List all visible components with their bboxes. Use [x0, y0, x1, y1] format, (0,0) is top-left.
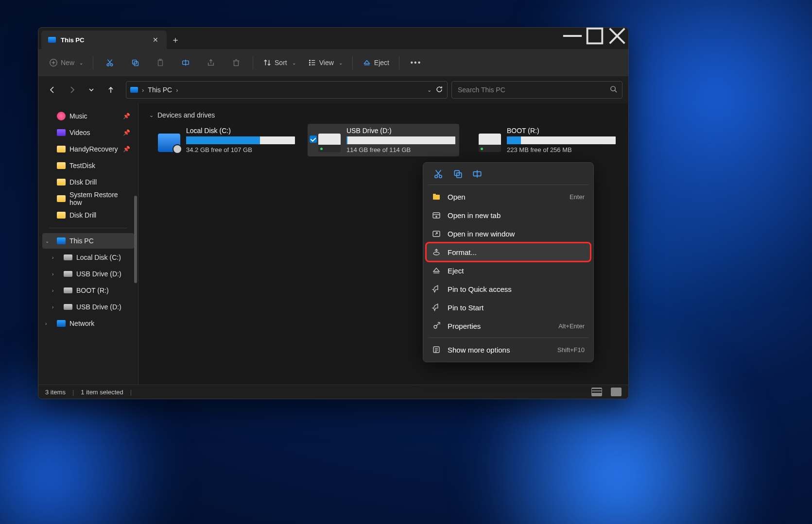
ctx-pin-start[interactable]: Pin to Start: [426, 298, 590, 317]
sidebar-item-usb-drive-d[interactable]: ›USB Drive (D:): [49, 266, 134, 282]
titlebar: This PC ✕ ＋: [38, 28, 628, 49]
rename-icon[interactable]: [472, 169, 483, 179]
chevron-down-icon[interactable]: ⌄: [45, 238, 49, 244]
delete-button[interactable]: [225, 54, 248, 71]
ctx-pin-quick-access[interactable]: Pin to Quick access: [426, 280, 590, 298]
more-button[interactable]: •••: [404, 54, 428, 71]
ctx-open[interactable]: Open Enter: [426, 187, 590, 206]
sidebar-item-network[interactable]: ›Network: [42, 316, 134, 331]
sidebar-label: Network: [69, 320, 94, 327]
toolbar-separator: [352, 56, 353, 69]
ctx-label: Properties: [448, 322, 552, 330]
chevron-right-icon[interactable]: ›: [52, 288, 53, 293]
chevron-right-icon[interactable]: ›: [52, 304, 53, 310]
tab-this-pc[interactable]: This PC ✕: [41, 31, 167, 49]
pin-icon: 📌: [123, 129, 130, 136]
group-label: Devices and drives: [157, 111, 215, 119]
new-tab-icon: [432, 211, 441, 220]
sidebar-label: USB Drive (D:): [76, 303, 121, 311]
back-button[interactable]: [44, 82, 61, 98]
svg-rect-13: [158, 60, 163, 66]
sidebar-item-testdisk[interactable]: TestDisk: [42, 158, 134, 173]
drive-local-disk-c[interactable]: Local Disk (C:) 34.2 GB free of 107 GB: [147, 124, 299, 156]
drive-boot-r[interactable]: BOOT (R:) 223 MB free of 256 MB: [468, 124, 620, 156]
icons-view-button[interactable]: [611, 388, 622, 396]
sidebar-item-disk-drill[interactable]: DIsk Drill: [42, 174, 134, 190]
cut-button[interactable]: [98, 54, 121, 71]
search-box[interactable]: [451, 81, 622, 99]
search-icon[interactable]: [610, 85, 617, 94]
sort-button[interactable]: Sort⌄: [258, 54, 301, 71]
ctx-hint: Shift+F10: [557, 346, 585, 354]
share-button[interactable]: [199, 54, 223, 71]
status-separator: |: [72, 389, 74, 396]
ctx-label: Format...: [448, 248, 585, 256]
ctx-open-new-window[interactable]: Open in new window: [426, 224, 590, 243]
os-drive-icon: [158, 134, 180, 152]
eject-button[interactable]: Eject: [358, 54, 394, 71]
usb-drive-icon: [479, 134, 501, 152]
chevron-right-icon[interactable]: ›: [52, 255, 53, 260]
status-separator: |: [130, 389, 132, 396]
sidebar-item-handyrecovery[interactable]: HandyRecovery📌: [42, 141, 134, 157]
ctx-label: Open in new window: [448, 230, 585, 238]
drive-name: USB Drive (D:): [346, 127, 455, 135]
copy-button[interactable]: [123, 54, 147, 71]
status-items: 3 items: [45, 389, 66, 396]
maximize-button[interactable]: [584, 28, 606, 44]
usage-bar: [507, 136, 616, 144]
sidebar-item-videos[interactable]: Videos📌: [42, 125, 134, 140]
folder-icon: [57, 162, 66, 169]
ctx-hint: Alt+Enter: [558, 322, 585, 330]
sidebar-item-boot-r[interactable]: ›BOOT (R:): [49, 283, 134, 298]
new-tab-button[interactable]: ＋: [167, 31, 184, 49]
ctx-open-new-tab[interactable]: Open in new tab: [426, 206, 590, 224]
eject-icon: [432, 266, 441, 275]
address-bar[interactable]: › This PC › ⌄: [126, 81, 448, 99]
sidebar-item-local-disk-c[interactable]: ›Local Disk (C:): [49, 250, 134, 265]
new-button[interactable]: New⌄: [44, 54, 88, 71]
minimize-button[interactable]: [561, 28, 584, 44]
rename-button[interactable]: [174, 54, 197, 71]
drive-icon: [64, 304, 72, 310]
view-button[interactable]: View⌄: [303, 54, 347, 71]
sidebar-item-usb-drive-d-2[interactable]: ›USB Drive (D:): [49, 299, 134, 315]
sidebar-item-system-restore[interactable]: System Restore how: [42, 191, 134, 206]
sidebar-item-disk-drill-2[interactable]: Disk Drill: [42, 207, 134, 223]
ctx-format[interactable]: Format...: [426, 243, 590, 261]
ctx-eject[interactable]: Eject: [426, 261, 590, 280]
group-devices-and-drives[interactable]: ⌄ Devices and drives: [149, 111, 620, 119]
usage-fill: [186, 136, 260, 144]
search-input[interactable]: [457, 85, 610, 94]
sidebar-label: BOOT (R:): [76, 287, 109, 294]
usage-fill: [507, 136, 521, 144]
videos-icon: [57, 129, 66, 136]
recent-button[interactable]: [83, 82, 100, 98]
this-pc-icon: [130, 87, 138, 93]
details-view-button[interactable]: [591, 388, 602, 396]
view-label: View: [319, 59, 334, 67]
close-tab-icon[interactable]: ✕: [151, 36, 160, 44]
refresh-icon[interactable]: [435, 85, 443, 95]
history-dropdown-icon[interactable]: ⌄: [427, 87, 432, 93]
sort-label: Sort: [275, 59, 287, 67]
sidebar-item-this-pc[interactable]: ⌄This PC: [42, 233, 134, 249]
cut-icon[interactable]: [433, 169, 444, 179]
paste-button[interactable]: [149, 54, 172, 71]
sidebar-item-music[interactable]: Music📌: [42, 108, 134, 124]
sidebar-scrollbar[interactable]: [134, 196, 137, 283]
chevron-right-icon[interactable]: ›: [45, 321, 47, 326]
breadcrumb-this-pc[interactable]: This PC: [148, 86, 172, 94]
drive-usb-drive-d[interactable]: USB Drive (D:) 114 GB free of 114 GB: [308, 124, 459, 156]
chevron-right-icon[interactable]: ›: [52, 271, 53, 277]
context-menu-actions: [426, 166, 590, 182]
ctx-properties[interactable]: Properties Alt+Enter: [426, 317, 590, 335]
close-window-button[interactable]: [606, 28, 628, 44]
forward-button[interactable]: [64, 82, 80, 98]
up-button[interactable]: [103, 82, 119, 98]
copy-icon[interactable]: [452, 169, 463, 179]
svg-rect-17: [234, 61, 239, 66]
ctx-show-more[interactable]: Show more options Shift+F10: [426, 340, 590, 359]
context-separator: [428, 338, 588, 338]
folder-icon: [57, 146, 66, 152]
